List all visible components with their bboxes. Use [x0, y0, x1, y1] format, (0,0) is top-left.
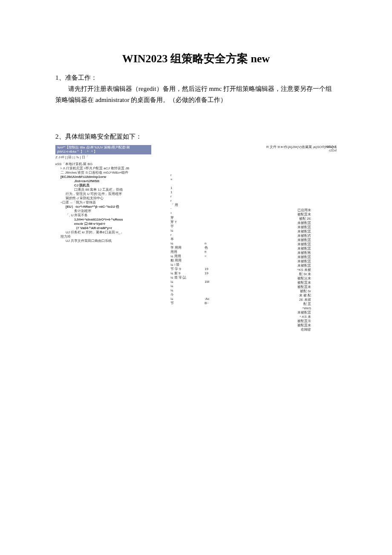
tree-item: （I' Va04∙^AR∙d>aM*y«r — [55, 226, 170, 230]
mid-row: 「 用 — [170, 203, 260, 207]
status-text: 已启用未 — [260, 208, 311, 212]
mid-row: ¼ — [170, 229, 260, 233]
status-text: ^KS 未被 — [260, 268, 311, 272]
tree-item: [ECJIkUUmM¾UIdmIxp1orw — [55, 175, 170, 179]
tree-item: 留的性-J 常防粒支持中心 — [55, 196, 170, 200]
mid-row: ¼∙Ac — [170, 297, 260, 301]
status-text: 配 St 未 — [260, 272, 311, 276]
mid-row: ¼ — [170, 284, 260, 288]
policy-tree: κSS「本地计算机-留 BG⊦ Λ 什算机庀置 ⊦即月户配置 aCJ 敛悼设置 … — [55, 160, 170, 332]
mid-row: * — [170, 212, 260, 216]
mid-row: 莩 用用色 — [170, 246, 260, 250]
mid-row: 芽 T — [170, 220, 260, 224]
middle-column: r»11rr「 用 ˉ*芽芽 T芋¼r羊¼n莩 用用色 用用f!¼ 用用=舶 用… — [170, 160, 260, 332]
mid-row: 芋 — [170, 224, 260, 229]
status-text: 未被配爸 — [260, 251, 311, 255]
tree-item: UJ 共享文件英田口商由口乐线 — [55, 239, 170, 243]
status-text: 未被配置 — [260, 242, 311, 247]
mid-row: 斗 — [170, 293, 260, 297]
status-text: 2E 未祓 — [260, 298, 311, 302]
status-text: 被配置未 — [260, 323, 311, 328]
document-page: WIN2023 组策略安全方案 new 1、准备工作： 请先打开注册表编辑器（r… — [0, 0, 392, 349]
mid-row: ¼1M — [170, 280, 260, 284]
status-text: 被配 2E — [260, 217, 311, 221]
mid-row: 1 — [170, 190, 260, 195]
tree-item: enc4r 口∙iM∙v∙Vpd∙t∙ — [55, 222, 170, 226]
tree-item: UJ 任务栏 kr 开妁」菜单ĕ口臬面 H_」 — [55, 230, 170, 235]
mid-row — [170, 182, 260, 186]
status-text: 未被配置 — [260, 230, 311, 234]
mid-row: 芽 — [170, 216, 260, 220]
mid-row: 用用f! — [170, 250, 260, 254]
mid-row: r — [170, 233, 260, 237]
screenshot-figure: ^1SJ×1 -IJ1xI ¾m*"【控制台 tBa 点\本"itJUV 策略\… — [55, 145, 337, 332]
tree-item: ⊦ Λ 什算机庀置 ⊦即月户配置 aCJ 敛悼设置 JB — [55, 166, 170, 171]
tree-item: 「, U 并英不务 — [55, 213, 170, 218]
status-text: ^.KS 未 — [260, 315, 311, 319]
mid-row: ¼ 禁 零∙誌 — [170, 276, 260, 280]
mid-row: ¼n — [170, 241, 260, 246]
topright-line-2: -IJ1xI — [325, 149, 337, 153]
tree-item: 行为，管理员 U 可的'近件」应用程序 — [55, 192, 170, 196]
mid-row: r — [170, 173, 260, 177]
mid-row: 羊 — [170, 237, 260, 241]
tree-item: 1J#i¤i∙*sInstt11trO*i»4∙^sRess — [55, 218, 170, 222]
status-text: 在糊皆 — [260, 328, 311, 332]
section-1-paragraph: 请先打开注册表编辑器（regedit）备用，然后运行 mmc 打开组策略编辑器，… — [55, 84, 337, 105]
mid-row: r — [170, 199, 260, 203]
mid-row: ¼ 窗 919 — [170, 271, 260, 276]
status-text: 被配置未 — [260, 281, 311, 285]
status-text: 未被配置 — [260, 259, 311, 264]
tree-item: 二 Jllindws 谁贫 S 口首松临 mGJ^iM&v«组件 — [55, 171, 170, 175]
mid-row: 节 学 919 — [170, 267, 260, 271]
mid-row: ˉ — [170, 207, 260, 212]
window-titlebar: ¾m*"【控制台 tBa 点\本"itJUV 策略\用户配遣\留 βW\1>t∙… — [55, 145, 151, 154]
status-text: 未 被 配 — [260, 293, 311, 298]
status-text: 被配置未 — [260, 212, 311, 217]
status-text: 未被配置 — [260, 238, 311, 242]
mid-row: ¼ ! 禁 — [170, 263, 260, 267]
status-text: 未被配置 — [260, 311, 311, 315]
status-text: 未被配置 — [260, 264, 311, 268]
document-title: WIN2023 组策略安全方案 new — [55, 51, 337, 66]
status-text: 被配 Sr — [260, 289, 311, 293]
status-text: 未被配置 — [260, 225, 311, 230]
status-text: ^WeS — [260, 306, 311, 311]
mid-row: ¼ 用用= — [170, 254, 260, 259]
window-controls-text: ^1SJ×1 -IJ1xI — [325, 145, 337, 153]
tree-item: 务计划程序 — [55, 209, 170, 213]
mid-row: r — [170, 195, 260, 199]
mid-row: ¼ — [170, 288, 260, 293]
tree-item: ÷口罩 --「我为 r 管缉器 — [55, 200, 170, 205]
tree-item: 口潘员 88 寓单 1J 工及栏」芬稳 — [55, 188, 170, 192]
status-text: 被配置亲 — [260, 319, 311, 323]
status-text: 未被配置 — [260, 255, 311, 259]
tree-item: κSS「本地计算机-留 BG — [55, 162, 170, 166]
mid-row: 1 — [170, 186, 260, 190]
toolbar: Z J∙l® [ |语 | | ⅞ | 日「 — [55, 154, 337, 160]
status-text: 被配置未 — [260, 285, 311, 289]
mid-row: » — [170, 177, 260, 182]
section-2-heading: 2、具体组策略安全配置如下： — [55, 133, 337, 141]
mid-row: 舶 用用 — [170, 259, 260, 263]
status-text: 未被配咨 — [260, 234, 311, 238]
tree-item: Jlnt<ra<tJfWStt — [55, 179, 170, 183]
status-column: 已启用未被配置未被配 2E未被配置未被配置未被配置未被配咨未被配置未被配置未被配… — [260, 160, 311, 332]
mid-row: 节B∙∙ — [170, 301, 260, 305]
status-text: 被配亘未 — [260, 276, 311, 281]
tree-item: CJ 脱机员 — [55, 183, 170, 188]
status-text: 未被配置 — [260, 247, 311, 251]
status-text: 未被配置 — [260, 221, 311, 225]
status-text: 配 置 — [260, 302, 311, 306]
tree-item: 控力吟 — [55, 235, 170, 239]
section-1-heading: 1、准备工作： — [55, 74, 337, 82]
tree-item: [EU）∙icr*\∙ftRan*^β∙∙ntC∙"to1U 任 — [55, 205, 170, 209]
